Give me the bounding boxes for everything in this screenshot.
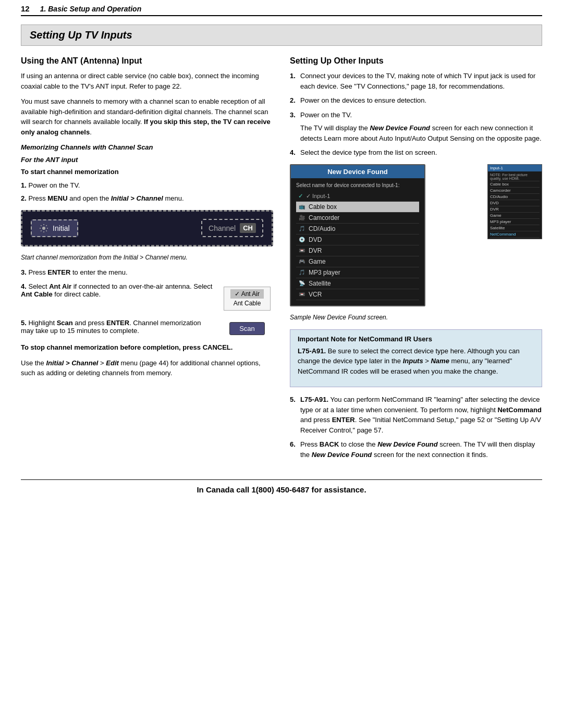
left-subsection-title: Using the ANT (Antenna) Input <box>21 56 273 66</box>
footer-text: In Canada call 1(800) 450-6487 for assis… <box>197 485 366 494</box>
ant-cable-option: Ant Cable <box>230 299 264 308</box>
game-icon: 🎮 <box>298 258 305 265</box>
device-label: DVD <box>309 236 322 243</box>
scan-button: Scan <box>229 322 265 335</box>
device-item-dvr[interactable]: 📼 DVR <box>296 245 419 256</box>
device-item-satellite[interactable]: 📡 Satellite <box>296 278 419 289</box>
device-item-cablebox[interactable]: 📺 Cable box <box>296 202 419 213</box>
important-note-title: Important Note for NetCommand IR Users <box>298 335 534 343</box>
scan-box-container: Scan <box>221 319 273 338</box>
ant-air-option: ✓ Ant Air <box>230 289 264 299</box>
device-label: Satellite <box>309 280 331 287</box>
step-4-container: 4. Select Ant Air if connected to an ove… <box>21 282 273 315</box>
page-chapter: 1. Basic Setup and Operation <box>40 5 142 13</box>
device-item-camcorder[interactable]: 🎥 Camcorder <box>296 213 419 224</box>
step-3: 3. Press ENTER to enter the menu. <box>21 267 273 278</box>
tv-menu-channel: Channel CH <box>201 219 263 237</box>
device-item-dvd[interactable]: 💿 DVD <box>296 235 419 245</box>
page-number: 12 <box>21 4 30 13</box>
cdaudio-icon: 🎵 <box>298 225 305 232</box>
left-intro-p1: If using an antenna or direct cable serv… <box>21 71 273 91</box>
dvd-icon: 💿 <box>298 236 305 243</box>
tv-menu-image: Initial Channel CH <box>21 210 273 246</box>
gear-icon <box>39 224 48 233</box>
device-label: DVR <box>309 247 322 254</box>
important-note-box: Important Note for NetCommand IR Users L… <box>290 329 542 388</box>
new-device-container: New Device Found Select name for device … <box>290 164 542 306</box>
new-device-header: New Device Found <box>291 165 424 178</box>
menu-caption: Start channel memorization from the Init… <box>21 253 273 262</box>
device-label: VCR <box>309 291 322 298</box>
step-5-container: 5. Highlight Scan and press ENTER. Chann… <box>21 319 273 338</box>
right-subsection-title: Setting Up Other Inputs <box>290 56 542 66</box>
right-step-2: 2. Power on the devices to ensure detect… <box>290 95 542 106</box>
page-footer: In Canada call 1(800) 450-6487 for assis… <box>21 479 542 494</box>
camcorder-icon: 🎥 <box>298 214 305 221</box>
step-2: 2. Press MENU and open the Initial > Cha… <box>21 193 273 204</box>
left-column: Using the ANT (Antenna) Input If using a… <box>21 56 273 464</box>
mp3-icon: 🎵 <box>298 269 305 276</box>
left-intro-p2: You must save channels to memory with a … <box>21 96 273 137</box>
svg-point-0 <box>42 227 45 230</box>
right-step-4: 4. Select the device type from the list … <box>290 147 542 158</box>
satellite-icon: 📡 <box>298 280 305 287</box>
device-label: Game <box>309 258 326 265</box>
dvr-icon: 📼 <box>298 247 305 254</box>
new-device-screen: New Device Found Select name for device … <box>290 164 425 306</box>
device-item-cdaudio[interactable]: 🎵 CD/Audio <box>296 224 419 235</box>
important-note-body: L75-A91. Be sure to select the correct d… <box>298 346 534 377</box>
step-1: 1. Power on the TV. <box>21 180 273 191</box>
right-column: Setting Up Other Inputs 1. Connect your … <box>290 56 542 464</box>
ant-options-box: ✓ Ant Air Ant Cable <box>224 287 271 311</box>
vcr-icon: 📼 <box>298 291 305 298</box>
step-4-text: 4. Select Ant Air if connected to an ove… <box>21 282 215 298</box>
input-header: ✓ ✓ Input-1 <box>296 191 419 202</box>
device-item-vcr[interactable]: 📼 VCR <box>296 289 419 300</box>
section-title-box: Setting Up TV Inputs <box>21 24 542 46</box>
right-step-1: 1. Connect your devices to the TV, makin… <box>290 71 542 91</box>
right-step-3: 3. Power on the TV. The TV will display … <box>290 110 542 144</box>
page-header: 12 1. Basic Setup and Operation <box>21 0 542 16</box>
right-step-5: 5. L75-A91. You can perform NetCommand I… <box>290 394 542 435</box>
device-item-game[interactable]: 🎮 Game <box>296 256 419 267</box>
device-item-mp3[interactable]: 🎵 MP3 player <box>296 267 419 278</box>
device-label: Camcorder <box>309 214 339 221</box>
section-title: Setting Up TV Inputs <box>30 29 533 41</box>
steps-1-2: 1. Power on the TV. 2. Press MENU and op… <box>21 180 273 204</box>
device-label: CD/Audio <box>309 225 335 232</box>
right-steps: 1. Connect your devices to the TV, makin… <box>290 71 542 158</box>
device-label: Cable box <box>309 203 337 211</box>
device-label: MP3 player <box>309 269 340 276</box>
memorizing-heading: Memorizing Channels with Channel Scan <box>21 142 273 153</box>
stop-heading: To stop channel memorization before comp… <box>21 342 273 353</box>
ant-options: ✓ Ant Air Ant Cable <box>221 282 273 315</box>
start-heading: To start channel memorization <box>21 167 273 177</box>
right-step-6: 6. Press BACK to close the New Device Fo… <box>290 439 542 460</box>
edit-paragraph: Use the Initial > Channel > Edit menu (p… <box>21 358 273 378</box>
overlay-header: Input-1 <box>488 165 542 171</box>
overlay-screenshot: Input-1 NOTE: For best picture quality, … <box>487 164 542 239</box>
for-ant-heading: For the ANT input <box>21 155 273 165</box>
overlay-body: NOTE: For best picture quality, use HDMI… <box>488 171 542 239</box>
device-list: ✓ ✓ Input-1 📺 Cable box 🎥 Camcorder <box>296 191 419 300</box>
ndf-instruction: Select name for device connected to Inpu… <box>296 181 419 189</box>
sample-caption: Sample New Device Found screen. <box>290 313 542 322</box>
step-5-text: 5. Highlight Scan and press ENTER. Chann… <box>21 319 215 335</box>
new-device-body: Select name for device connected to Inpu… <box>291 178 424 305</box>
cablebox-icon: 📺 <box>298 203 305 211</box>
tv-menu-initial: Initial <box>31 219 78 237</box>
